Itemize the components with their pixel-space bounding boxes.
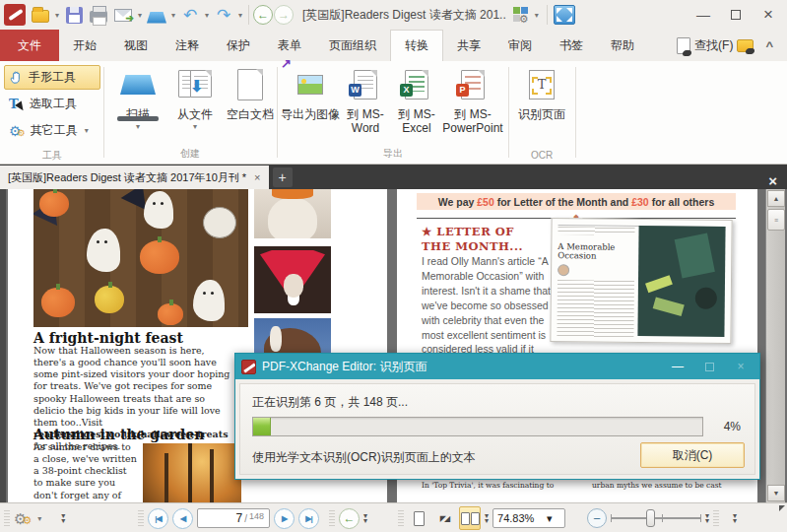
statusbar-overflow-zoom[interactable]: ▾▾ (705, 513, 709, 523)
statusbar-options-icon[interactable]: ⚙⚙ (14, 511, 32, 526)
statusbar-overflow-view[interactable]: ▾▾ (485, 513, 489, 523)
create-group-label: 创建 (104, 147, 276, 161)
open-dropdown-caret[interactable]: ▾ (53, 11, 61, 20)
tab-convert[interactable]: 转换 (390, 30, 443, 61)
total-pages: 148 (249, 511, 264, 521)
document-tab-active[interactable]: [英国版]Readers Digest 读者文摘 2017年10月刊 * × (0, 166, 269, 189)
to-word-button[interactable]: W 到 MS-Word (341, 65, 390, 152)
from-file-button[interactable]: ⬇ 从文件 ▾ (167, 65, 223, 152)
find-in-document-icon[interactable] (677, 37, 690, 54)
other-tools-button[interactable]: ⚙⚙ 其它工具 ▾ (4, 118, 100, 143)
maximize-icon (731, 10, 741, 20)
tab-file[interactable]: 文件 (0, 30, 59, 61)
statusbar-overflow-right[interactable]: ▾▾ (733, 513, 737, 523)
maximize-button[interactable] (721, 3, 751, 27)
dialog-close-button[interactable]: × (728, 360, 754, 373)
scan-quick-button[interactable] (145, 3, 168, 27)
close-button[interactable]: × (754, 3, 783, 27)
previous-view-button[interactable]: ← (339, 508, 360, 529)
email-button[interactable]: ➔ (111, 3, 135, 27)
current-page: 7 (236, 511, 243, 525)
fullscreen-mode-button[interactable] (554, 5, 575, 25)
previous-page-button[interactable]: ◀ (172, 508, 193, 529)
redo-dropdown-caret[interactable]: ▾ (236, 11, 244, 20)
close-document-button[interactable]: × (758, 172, 787, 189)
customize-dropdown-caret[interactable]: ▾ (533, 11, 541, 20)
ocr-progress-bar (252, 417, 703, 436)
redo-button[interactable]: ↷ (212, 3, 235, 27)
scroll-down-button[interactable]: ▼ (767, 485, 785, 501)
select-tool-button[interactable]: T 选取工具 (4, 92, 100, 116)
cancel-button[interactable]: 取消(C) (640, 442, 745, 468)
undo-dropdown-caret[interactable]: ▾ (203, 11, 211, 20)
document-tab-bar: [英国版]Readers Digest 读者文摘 2017年10月刊 * × +… (0, 165, 787, 189)
ocr-icon: T (529, 70, 555, 100)
dialog-maximize-icon (705, 363, 714, 371)
dialog-maximize-button[interactable] (696, 363, 722, 371)
history-forward-button[interactable]: → (274, 5, 294, 25)
first-page-button[interactable]: |◀ (148, 508, 168, 529)
zoom-slider[interactable] (611, 508, 701, 528)
statusbar-options-caret[interactable]: ▾ (35, 514, 43, 523)
scrollbar-thumb[interactable]: ≡ (767, 209, 785, 231)
document-tab-close-icon[interactable]: × (254, 171, 260, 183)
customize-toolbars-icon[interactable]: ⚙ (513, 7, 530, 24)
vertical-scrollbar[interactable]: ▲ ≡ ▼ (765, 189, 785, 502)
tab-home[interactable]: 开始 (59, 30, 110, 61)
email-dropdown-caret[interactable]: ▾ (136, 11, 144, 20)
statusbar-overflow-left[interactable]: ▾▾ (61, 513, 65, 523)
tab-view[interactable]: 视图 (110, 30, 162, 61)
scan-button[interactable]: 扫描 ▾ (110, 65, 165, 152)
zoom-level-combobox[interactable]: 74.83% ▾ (492, 508, 565, 528)
minimize-button[interactable]: — (689, 3, 718, 27)
collapse-ribbon-button[interactable]: ^ (757, 38, 781, 53)
to-powerpoint-button[interactable]: P 到 MS-PowerPoint (441, 65, 504, 152)
undo-icon: ↶ (183, 7, 197, 24)
dialog-minimize-button[interactable]: — (665, 360, 690, 373)
single-page-view-button[interactable] (408, 506, 429, 530)
document-tab-title: [英国版]Readers Digest 读者文摘 2017年10月刊 * (8, 170, 246, 185)
save-button[interactable] (62, 3, 86, 27)
other-tools-caret: ▾ (83, 126, 91, 135)
page-number-input[interactable]: 7 / 148 (197, 508, 270, 528)
tab-review[interactable]: 审阅 (494, 30, 546, 61)
two-page-view-button[interactable] (459, 506, 481, 530)
dog-cape-photo (254, 246, 331, 313)
history-back-button[interactable]: ← (253, 5, 273, 25)
blank-document-button[interactable]: 空白文档 (223, 65, 278, 152)
statusbar-overflow-nav[interactable]: ▾▾ (363, 513, 367, 523)
tab-bookmarks[interactable]: 书签 (546, 30, 597, 61)
ocr-pages-button[interactable]: T 识别页面 (512, 65, 571, 152)
ocr-description-text: 使用光学文本识别(OCR)识别页面上的文本 (252, 449, 476, 466)
last-page-button[interactable]: ▶| (298, 508, 319, 529)
next-page-button[interactable]: ▶ (274, 508, 295, 529)
new-tab-button[interactable]: + (273, 167, 293, 187)
print-button[interactable] (87, 3, 110, 27)
tab-share[interactable]: 共享 (443, 30, 494, 61)
to-excel-button[interactable]: X 到 MS-Excel (392, 65, 441, 152)
scroll-up-button[interactable]: ▲ (767, 190, 785, 207)
undo-button[interactable]: ↶ (178, 3, 202, 27)
search-in-files-icon[interactable] (737, 39, 754, 52)
scan-dropdown-caret[interactable]: ▾ (169, 11, 177, 20)
zoom-slider-thumb[interactable] (646, 509, 655, 527)
tab-organize[interactable]: 页面组织 (315, 30, 390, 61)
clipping-author-avatar (557, 264, 569, 276)
titlebar-separator (248, 5, 249, 25)
select-tool-label: 选取工具 (30, 96, 77, 112)
email-send-arrow-icon: ➔ (126, 13, 134, 24)
tab-protect[interactable]: 保护 (213, 30, 264, 61)
hand-tool-button[interactable]: 手形工具 (4, 65, 100, 90)
scan-caret: ▾ (134, 122, 142, 131)
pdf-xchange-editor-window: ▾ ➔ ▾ ▾ ↶ ▾ ↷ ▾ ← → [英国版]Readers Digest … (0, 0, 787, 532)
from-file-caret: ▾ (191, 122, 199, 131)
halloween-cookies-photo (33, 189, 248, 327)
tab-help[interactable]: 帮助 (597, 30, 648, 61)
dialog-titlebar[interactable]: PDF-XChange Editor: 识别页面 — × (235, 354, 759, 379)
open-button[interactable] (29, 3, 52, 27)
export-image-button[interactable]: ↗ 导出为图像 (280, 65, 341, 152)
tab-comment[interactable]: 注释 (162, 30, 213, 61)
zoom-out-button[interactable]: − (587, 508, 607, 528)
find-label[interactable]: 查找(F) (694, 37, 733, 54)
fit-page-view-button[interactable]: ◤◢ (433, 506, 455, 530)
